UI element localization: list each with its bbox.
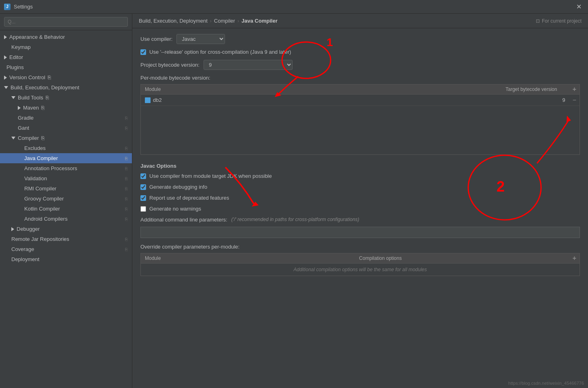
module-table-empty xyxy=(141,106,580,154)
copy-icon-gant: ⎘ xyxy=(125,126,128,131)
sidebar-item-android[interactable]: Android Compilers ⎘ xyxy=(0,214,132,224)
module-jdk-checkbox[interactable] xyxy=(140,173,146,179)
sidebar-item-remote-jar[interactable]: Remote Jar Repositories ⎘ xyxy=(0,234,132,244)
sidebar-item-keymap[interactable]: Keymap xyxy=(0,42,132,52)
copy-icon-annotation: ⎘ xyxy=(125,166,128,171)
sidebar-item-java-compiler[interactable]: Java Compiler ⎘ xyxy=(0,153,132,163)
javac-options-section: Javac Options Use compiler from module t… xyxy=(140,163,580,276)
no-warnings-checkbox[interactable] xyxy=(140,206,146,212)
sidebar-item-gant[interactable]: Gant ⎘ xyxy=(0,123,132,133)
copy-icon-java-compiler: ⎘ xyxy=(125,156,128,161)
expand-icon-vc xyxy=(4,76,7,80)
sidebar-item-groovy[interactable]: Groovy Compiler ⎘ xyxy=(0,194,132,204)
sidebar-item-build-tools[interactable]: Build Tools ⎘ xyxy=(0,93,132,103)
project-icon: ⊡ xyxy=(536,18,540,24)
javac-checkbox-2: Report use of deprecated features xyxy=(140,195,580,201)
expand-icon-maven xyxy=(18,106,21,110)
col-module: Module xyxy=(141,84,488,94)
sidebar-item-build-exec[interactable]: Build, Execution, Deployment xyxy=(0,82,132,93)
per-module-label: Per-module bytecode version: xyxy=(140,75,580,81)
sidebar-item-appearance[interactable]: Appearance & Behavior xyxy=(0,32,132,42)
panel-header: Build, Execution, Deployment › Compiler … xyxy=(132,14,588,28)
sidebar-item-kotlin[interactable]: Kotlin Compiler ⎘ xyxy=(0,204,132,214)
sidebar-item-coverage[interactable]: Coverage ⎘ xyxy=(0,244,132,254)
bytecode-version-label: Project bytecode version: xyxy=(140,62,200,68)
release-option-row: Use '--release' option for cross-compila… xyxy=(140,49,580,55)
module-version-cell: 9 xyxy=(492,95,569,105)
sidebar-item-rmi[interactable]: RMI Compiler ⎘ xyxy=(0,183,132,194)
bytecode-version-select[interactable]: 9 8 11 17 xyxy=(204,60,293,70)
release-option-checkbox[interactable] xyxy=(140,49,146,55)
deprecated-label: Report use of deprecated features xyxy=(149,195,229,201)
expand-icon-build xyxy=(4,86,8,89)
search-box xyxy=(0,14,132,30)
copy-icon-android: ⎘ xyxy=(125,217,128,221)
breadcrumb-part-1: Build, Execution, Deployment xyxy=(139,18,208,24)
use-compiler-row: Use compiler: Javac Eclipse Ajc xyxy=(140,34,580,44)
copy-icon-maven: ⎘ xyxy=(41,105,45,111)
copy-icon-vc: ⎘ xyxy=(48,74,51,80)
bytecode-version-row: Project bytecode version: 9 8 11 17 xyxy=(140,60,580,70)
sidebar-item-version-control[interactable]: Version Control ⎘ xyxy=(0,72,132,82)
copy-icon-remote-jar: ⎘ xyxy=(125,237,128,242)
debug-info-label: Generate debugging info xyxy=(149,184,207,190)
javac-checkbox-1: Generate debugging info xyxy=(140,184,580,190)
sidebar-item-compiler[interactable]: Compiler ⎘ xyxy=(0,133,132,143)
use-compiler-label: Use compiler: xyxy=(140,36,172,42)
nav-tree: Appearance & Behavior Keymap Editor Plug… xyxy=(0,30,132,388)
title-bar: J Settings ✕ xyxy=(0,0,588,14)
breadcrumb-part-3: Java Compiler xyxy=(242,18,278,24)
additional-params-note: ('/' recommended in paths for cross-plat… xyxy=(231,217,359,222)
copy-icon-build-tools: ⎘ xyxy=(46,95,49,101)
module-icon xyxy=(145,97,151,103)
override-table-header: Module Compilation options + xyxy=(141,253,580,264)
additional-params-row: Additional command line parameters: ('/'… xyxy=(140,217,580,223)
override-label: Override compiler parameters per-module: xyxy=(140,244,580,250)
sidebar-item-maven[interactable]: Maven ⎘ xyxy=(0,103,132,113)
copy-icon-rmi: ⎘ xyxy=(125,186,128,191)
override-col-options: Compilation options xyxy=(355,253,569,263)
no-warnings-label: Generate no warnings xyxy=(149,206,201,212)
sidebar-item-gradle[interactable]: Gradle ⎘ xyxy=(0,113,132,123)
module-table: Module Target bytecode version + db2 9 − xyxy=(140,84,580,155)
sidebar-item-plugins[interactable]: Plugins xyxy=(0,62,132,72)
search-input[interactable] xyxy=(4,17,128,27)
window-title: Settings xyxy=(14,4,33,10)
panel-body: Use compiler: Javac Eclipse Ajc Use '--r… xyxy=(132,28,588,388)
module-table-header: Module Target bytecode version + xyxy=(141,84,580,95)
add-module-button[interactable]: + xyxy=(569,84,580,94)
sidebar-item-debugger[interactable]: Debugger xyxy=(0,224,132,234)
copy-icon-compiler: ⎘ xyxy=(41,135,45,141)
javac-checkbox-3: Generate no warnings xyxy=(140,206,580,212)
module-jdk-label: Use compiler from module target JDK when… xyxy=(149,173,272,179)
sidebar-item-deployment[interactable]: Deployment xyxy=(0,254,132,264)
breadcrumb: Build, Execution, Deployment › Compiler … xyxy=(139,18,278,24)
app-icon: J xyxy=(4,4,11,10)
copy-icon-groovy: ⎘ xyxy=(125,196,128,201)
additional-params-input[interactable] xyxy=(140,227,580,238)
copy-icon-gradle: ⎘ xyxy=(125,116,128,120)
sidebar-item-editor[interactable]: Editor xyxy=(0,52,132,62)
debug-info-checkbox[interactable] xyxy=(140,184,146,190)
copy-icon-excludes: ⎘ xyxy=(125,146,128,151)
sidebar-item-excludes[interactable]: Excludes ⎘ xyxy=(0,143,132,153)
sidebar-item-annotation[interactable]: Annotation Processors ⎘ xyxy=(0,163,132,173)
expand-icon xyxy=(4,35,7,39)
add-override-button[interactable]: + xyxy=(569,253,580,263)
sidebar: Appearance & Behavior Keymap Editor Plug… xyxy=(0,14,132,388)
copy-icon-validation: ⎘ xyxy=(125,176,128,181)
javac-checkbox-0: Use compiler from module target JDK when… xyxy=(140,173,580,179)
module-name-cell: db2 xyxy=(141,95,492,105)
expand-icon-editor xyxy=(4,55,7,59)
override-col-module: Module xyxy=(141,253,355,263)
copy-icon-kotlin: ⎘ xyxy=(125,207,128,211)
close-button[interactable]: ✕ xyxy=(574,2,584,11)
sidebar-item-validation[interactable]: Validation ⎘ xyxy=(0,173,132,183)
deprecated-checkbox[interactable] xyxy=(140,195,146,201)
col-version: Target bytecode version xyxy=(488,84,569,94)
remove-module-button[interactable]: − xyxy=(569,95,580,105)
for-project-button[interactable]: ⊡ For current project xyxy=(536,18,582,24)
breadcrumb-part-2: Compiler xyxy=(214,18,235,24)
use-compiler-select[interactable]: Javac Eclipse Ajc xyxy=(176,34,225,44)
override-table: Module Compilation options + Additional … xyxy=(140,253,580,276)
